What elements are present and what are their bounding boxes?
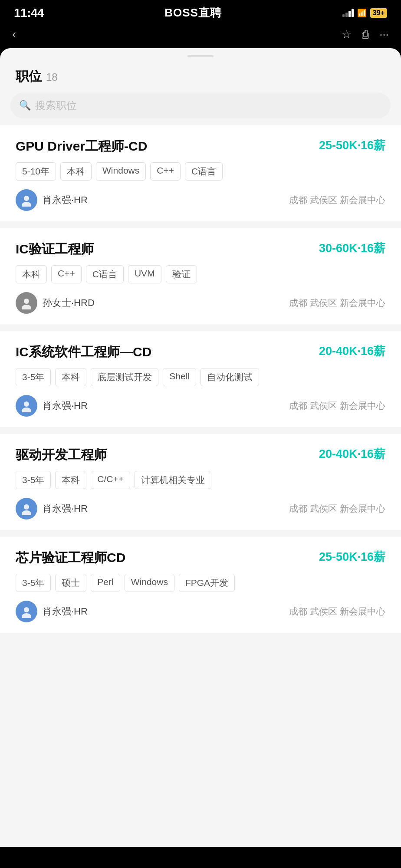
job-hr-row: 肖永强·HR 成都 武侯区 新会展中心 <box>16 601 385 622</box>
job-tag: Perl <box>91 574 120 592</box>
job-card[interactable]: IC验证工程师 30-60K·16薪 本科C++C语言UVM验证 孙女士·HRD… <box>0 228 401 324</box>
job-hr-row: 肖永强·HR 成都 武侯区 新会展中心 <box>16 498 385 519</box>
battery-badge: 39+ <box>370 8 387 18</box>
job-tags: 3-5年本科C/C++计算机相关专业 <box>16 471 385 489</box>
job-card[interactable]: GPU Driver工程师-CD 25-50K·16薪 5-10年本科Windo… <box>0 125 401 221</box>
search-icon: 🔍 <box>19 100 31 111</box>
job-tag: 本科 <box>55 368 86 386</box>
job-tags: 3-5年硕士PerlWindowsFPGA开发 <box>16 574 385 592</box>
job-salary: 20-40K·16薪 <box>319 343 385 359</box>
job-tag: 验证 <box>166 265 197 283</box>
svg-point-5 <box>22 408 31 412</box>
job-header: 芯片验证工程师CD 25-50K·16薪 <box>16 549 385 567</box>
hr-avatar <box>16 601 37 622</box>
job-salary: 30-60K·16薪 <box>319 240 385 256</box>
job-tag: 3-5年 <box>16 368 51 386</box>
job-tag: Windows <box>96 162 146 181</box>
hr-info: 肖永强·HR <box>16 395 88 417</box>
job-tag: C++ <box>150 162 181 181</box>
job-title: IC系统软件工程师—CD <box>16 343 319 361</box>
job-header: GPU Driver工程师-CD 25-50K·16薪 <box>16 138 385 155</box>
search-bar[interactable]: 🔍 搜索职位 <box>10 92 391 118</box>
hr-info: 肖永强·HR <box>16 189 88 211</box>
back-button[interactable]: ‹ <box>12 27 16 41</box>
svg-point-3 <box>22 305 31 309</box>
job-location: 成都 武侯区 新会展中心 <box>289 194 385 206</box>
nav-bar: ‹ ☆ ⎙ ··· <box>0 24 401 48</box>
hr-info: 孙女士·HRD <box>16 292 95 314</box>
job-tag: 硕士 <box>55 574 86 592</box>
job-tag: 本科 <box>60 162 92 181</box>
status-time: 11:44 <box>14 6 44 20</box>
job-tag: 本科 <box>55 471 86 489</box>
job-tags: 3-5年本科底层测试开发Shell自动化测试 <box>16 368 385 386</box>
status-icons: 📶 39+ <box>342 8 387 18</box>
job-tag: 计算机相关专业 <box>135 471 211 489</box>
jobs-list: GPU Driver工程师-CD 25-50K·16薪 5-10年本科Windo… <box>0 125 401 633</box>
page-title: 职位 <box>16 68 42 85</box>
job-salary: 25-50K·16薪 <box>319 138 385 153</box>
svg-point-7 <box>22 510 31 515</box>
hr-name: 肖永强·HR <box>43 194 88 207</box>
hr-name: 肖永强·HR <box>43 502 88 515</box>
job-tag: 底层测试开发 <box>91 368 158 386</box>
job-tags: 5-10年本科WindowsC++C语言 <box>16 162 385 181</box>
hr-avatar <box>16 292 37 314</box>
hr-avatar <box>16 498 37 519</box>
job-title: 芯片验证工程师CD <box>16 549 319 567</box>
job-location: 成都 武侯区 新会展中心 <box>289 503 385 515</box>
job-card[interactable]: 驱动开发工程师 20-40K·16薪 3-5年本科C/C++计算机相关专业 肖永… <box>0 434 401 530</box>
nav-actions: ☆ ⎙ ··· <box>342 28 389 41</box>
svg-point-0 <box>24 196 29 201</box>
svg-point-9 <box>22 613 31 618</box>
job-location: 成都 武侯区 新会展中心 <box>289 605 385 618</box>
job-tag: C语言 <box>185 162 223 181</box>
job-tags: 本科C++C语言UVM验证 <box>16 265 385 283</box>
job-title: GPU Driver工程师-CD <box>16 138 319 155</box>
job-tag: C语言 <box>86 265 124 283</box>
job-header: 驱动开发工程师 20-40K·16薪 <box>16 446 385 464</box>
job-header: IC系统软件工程师—CD 20-40K·16薪 <box>16 343 385 361</box>
job-location: 成都 武侯区 新会展中心 <box>289 400 385 412</box>
job-salary: 20-40K·16薪 <box>319 446 385 462</box>
job-hr-row: 肖永强·HR 成都 武侯区 新会展中心 <box>16 189 385 211</box>
search-container: 🔍 搜索职位 <box>0 92 401 125</box>
job-tag: UVM <box>128 265 161 283</box>
hr-name: 肖永强·HR <box>43 399 88 412</box>
hr-avatar <box>16 395 37 417</box>
share-icon[interactable]: ⎙ <box>362 28 369 41</box>
more-icon[interactable]: ··· <box>379 28 389 41</box>
job-card[interactable]: 芯片验证工程师CD 25-50K·16薪 3-5年硕士PerlWindowsFP… <box>0 537 401 633</box>
hr-avatar <box>16 189 37 211</box>
status-bar: 11:44 BOSS直聘 📶 39+ <box>0 0 401 24</box>
job-hr-row: 孙女士·HRD 成都 武侯区 新会展中心 <box>16 292 385 314</box>
job-header: IC验证工程师 30-60K·16薪 <box>16 240 385 258</box>
job-tag: C++ <box>51 265 82 283</box>
signal-icon <box>342 9 354 17</box>
favorite-icon[interactable]: ☆ <box>342 28 352 41</box>
job-title: 驱动开发工程师 <box>16 446 319 464</box>
main-content: 职位 18 🔍 搜索职位 GPU Driver工程师-CD 25-50K·16薪… <box>0 48 401 847</box>
job-tag: 3-5年 <box>16 471 51 489</box>
hr-name: 孙女士·HRD <box>43 296 95 309</box>
job-salary: 25-50K·16薪 <box>319 549 385 565</box>
job-hr-row: 肖永强·HR 成都 武侯区 新会展中心 <box>16 395 385 417</box>
hr-info: 肖永强·HR <box>16 498 88 519</box>
job-card[interactable]: IC系统软件工程师—CD 20-40K·16薪 3-5年本科底层测试开发Shel… <box>0 331 401 427</box>
svg-point-4 <box>24 401 29 407</box>
job-tag: Windows <box>125 574 174 592</box>
wifi-icon: 📶 <box>357 8 367 18</box>
job-tag: 自动化测试 <box>200 368 259 386</box>
job-tag: FPGA开发 <box>179 574 235 592</box>
job-title: IC验证工程师 <box>16 240 319 258</box>
job-tag: 3-5年 <box>16 574 51 592</box>
search-placeholder: 搜索职位 <box>35 99 77 112</box>
job-location: 成都 武侯区 新会展中心 <box>289 297 385 309</box>
job-tag: C/C++ <box>91 471 130 489</box>
app-title: BOSS直聘 <box>164 5 222 20</box>
hr-name: 肖永强·HR <box>43 605 88 618</box>
job-tag: 本科 <box>16 265 47 283</box>
svg-point-8 <box>24 607 29 612</box>
job-count: 18 <box>46 71 58 83</box>
page-header: 职位 18 <box>0 64 401 92</box>
